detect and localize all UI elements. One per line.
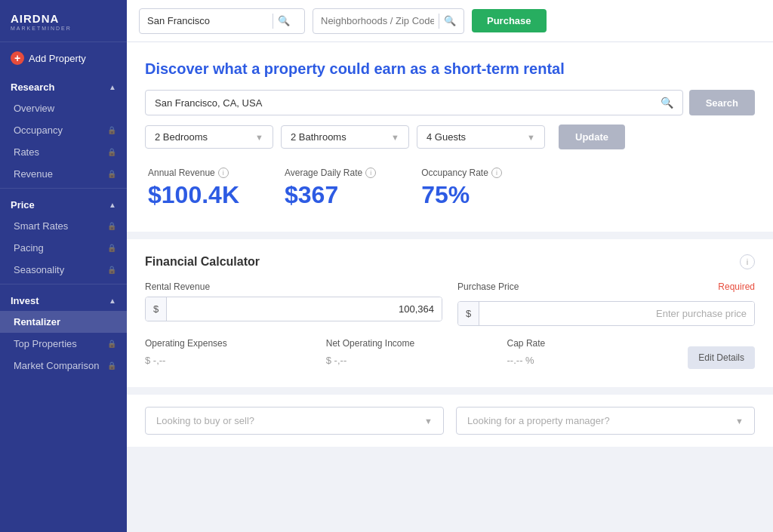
sidebar-item-overview[interactable]: Overview bbox=[0, 97, 127, 119]
sidebar-logo: AIRDNA MARKETMINDER bbox=[0, 0, 127, 42]
sidebar-section-price: Price ▲ Smart Rates 🔒 Pacing 🔒 Seasonali… bbox=[0, 192, 127, 281]
occupancy-rate-metric: Occupancy Rate i 75% bbox=[421, 168, 502, 209]
rates-label: Rates bbox=[14, 146, 39, 158]
neighborhoods-input[interactable] bbox=[321, 15, 434, 26]
cap-rate-value: --.-- % bbox=[507, 352, 673, 369]
invest-chevron-icon: ▲ bbox=[109, 297, 116, 305]
sidebar-item-occupancy[interactable]: Occupancy 🔒 bbox=[0, 119, 127, 141]
top-properties-label: Top Properties bbox=[14, 338, 77, 349]
add-property-label: Add Property bbox=[29, 53, 86, 64]
location-search-icon: 🔍 bbox=[661, 97, 673, 109]
sidebar-item-pacing[interactable]: Pacing 🔒 bbox=[0, 237, 127, 259]
net-operating-income-field: Net Operating Income $ -,-- bbox=[326, 338, 492, 369]
metrics-row: Annual Revenue i $100.4K Average Daily R… bbox=[145, 168, 755, 209]
rentalizer-label: Rentalizer bbox=[14, 316, 60, 328]
add-property-button[interactable]: + Add Property bbox=[0, 42, 127, 74]
rentalizer-search-row: 🔍 Search bbox=[145, 90, 755, 115]
operating-expenses-value: $ -,-- bbox=[145, 352, 311, 369]
purchase-price-label: Purchase Price bbox=[457, 281, 519, 292]
annual-revenue-label: Annual Revenue i bbox=[148, 168, 239, 178]
purchase-price-input-wrap: $ bbox=[457, 301, 755, 326]
sidebar-item-rates[interactable]: Rates 🔒 bbox=[0, 141, 127, 163]
occupancy-rate-info-icon[interactable]: i bbox=[491, 168, 502, 178]
sidebar-item-revenue[interactable]: Revenue 🔒 bbox=[0, 163, 127, 185]
annual-revenue-metric: Annual Revenue i $100.4K bbox=[148, 168, 239, 209]
bedrooms-select[interactable]: 2 Bedrooms ▼ bbox=[145, 125, 273, 149]
property-manager-chevron-icon: ▼ bbox=[735, 417, 744, 426]
occupancy-lock-icon: 🔒 bbox=[107, 126, 116, 134]
guests-select[interactable]: 4 Guests ▼ bbox=[417, 125, 545, 149]
seasonality-lock-icon: 🔒 bbox=[107, 266, 116, 274]
average-daily-rate-value: $367 bbox=[285, 181, 376, 209]
sidebar-divider-1 bbox=[0, 188, 127, 189]
pacing-lock-icon: 🔒 bbox=[107, 244, 116, 252]
research-section-header[interactable]: Research ▲ bbox=[0, 74, 127, 97]
price-chevron-icon: ▲ bbox=[109, 201, 116, 209]
research-chevron-icon: ▲ bbox=[109, 83, 116, 91]
occupancy-rate-label: Occupancy Rate i bbox=[421, 168, 502, 178]
logo-brand: AIRDNA bbox=[11, 12, 116, 25]
neighborhoods-divider bbox=[439, 14, 439, 29]
invest-label: Invest bbox=[11, 295, 39, 306]
smart-rates-lock-icon: 🔒 bbox=[107, 222, 116, 230]
rentalizer-search-button[interactable]: Search bbox=[689, 90, 755, 115]
sidebar-section-research: Research ▲ Overview Occupancy 🔒 Rates 🔒 … bbox=[0, 74, 127, 185]
sidebar: AIRDNA MARKETMINDER + Add Property Resea… bbox=[0, 0, 127, 532]
sidebar-item-smart-rates[interactable]: Smart Rates 🔒 bbox=[0, 215, 127, 237]
sidebar-item-seasonality[interactable]: Seasonality 🔒 bbox=[0, 259, 127, 281]
average-daily-rate-info-icon[interactable]: i bbox=[365, 168, 376, 178]
buy-sell-select[interactable]: Looking to buy or sell? ▼ bbox=[145, 407, 444, 435]
add-property-plus-icon: + bbox=[11, 51, 24, 65]
bottom-dropdowns: Looking to buy or sell? ▼ Looking for a … bbox=[127, 395, 773, 447]
neighborhoods-search-icon: 🔍 bbox=[444, 15, 456, 26]
cap-rate-label: Cap Rate bbox=[507, 338, 673, 349]
occupancy-rate-value: 75% bbox=[421, 181, 502, 209]
main-area: 🔍 🔍 Purchase Discover what a property co… bbox=[127, 0, 773, 532]
occupancy-label: Occupancy bbox=[14, 125, 63, 136]
sidebar-divider-2 bbox=[0, 284, 127, 284]
price-section-header[interactable]: Price ▲ bbox=[0, 192, 127, 215]
buy-sell-placeholder: Looking to buy or sell? bbox=[156, 415, 254, 426]
purchase-button[interactable]: Purchase bbox=[472, 9, 547, 32]
edit-details-button[interactable]: Edit Details bbox=[688, 346, 755, 369]
cap-rate-field: Cap Rate --.-- % bbox=[507, 338, 673, 369]
property-manager-select[interactable]: Looking for a property manager? ▼ bbox=[456, 407, 755, 435]
bathrooms-value: 2 Bathrooms bbox=[291, 131, 346, 143]
purchase-price-input[interactable] bbox=[479, 302, 754, 325]
purchase-price-prefix: $ bbox=[458, 302, 479, 325]
financial-calculator-section: Financial Calculator i Rental Revenue $ … bbox=[127, 239, 773, 387]
operating-expenses-field: Operating Expenses $ -,-- bbox=[145, 338, 311, 369]
rental-revenue-input-wrap: $ bbox=[145, 297, 442, 321]
guests-chevron-icon: ▼ bbox=[527, 133, 535, 142]
financial-title: Financial Calculator bbox=[145, 255, 260, 269]
sidebar-item-top-properties[interactable]: Top Properties 🔒 bbox=[0, 333, 127, 355]
buy-sell-chevron-icon: ▼ bbox=[424, 417, 433, 426]
annual-revenue-info-icon[interactable]: i bbox=[218, 168, 229, 178]
sidebar-item-rentalizer[interactable]: Rentalizer bbox=[0, 311, 127, 333]
operating-expenses-label: Operating Expenses bbox=[145, 338, 311, 349]
sidebar-item-market-comparison[interactable]: Market Comparison 🔒 bbox=[0, 355, 127, 377]
location-input[interactable] bbox=[155, 97, 654, 109]
bathrooms-select[interactable]: 2 Bathrooms ▼ bbox=[281, 125, 409, 149]
net-operating-income-value: $ -,-- bbox=[326, 352, 492, 369]
rental-revenue-input[interactable] bbox=[167, 297, 442, 321]
rental-revenue-prefix: $ bbox=[146, 297, 167, 321]
calc-top-row: Rental Revenue $ Purchase Price Required… bbox=[145, 281, 755, 326]
neighborhoods-search-field[interactable]: 🔍 bbox=[313, 8, 464, 34]
net-operating-income-label: Net Operating Income bbox=[326, 338, 492, 349]
rentalizer-location-field[interactable]: 🔍 bbox=[145, 90, 683, 115]
price-label: Price bbox=[11, 199, 35, 211]
city-input[interactable] bbox=[147, 15, 268, 26]
overview-label: Overview bbox=[14, 103, 54, 114]
financial-header: Financial Calculator i bbox=[145, 254, 755, 269]
city-search-icon: 🔍 bbox=[278, 15, 290, 26]
rates-lock-icon: 🔒 bbox=[107, 148, 116, 156]
financial-info-icon[interactable]: i bbox=[740, 254, 755, 269]
invest-section-header[interactable]: Invest ▲ bbox=[0, 288, 127, 311]
sidebar-section-invest: Invest ▲ Rentalizer Top Properties 🔒 Mar… bbox=[0, 288, 127, 377]
update-button[interactable]: Update bbox=[559, 125, 625, 149]
rentalizer-title: Discover what a property could earn as a… bbox=[145, 60, 755, 78]
content-area: Discover what a property could earn as a… bbox=[127, 42, 773, 532]
city-search-field[interactable]: 🔍 bbox=[139, 8, 305, 34]
rental-revenue-field: Rental Revenue $ bbox=[145, 281, 442, 326]
